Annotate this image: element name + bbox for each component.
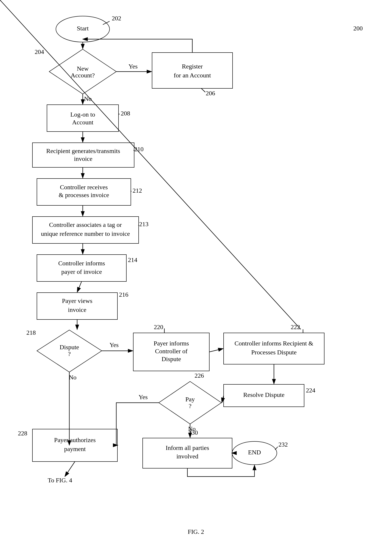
ctrl-informs-recipient-label2: Processes Dispute [251,349,297,356]
logon-label2: Account [72,119,93,126]
inform-all-label1: Inform all parties [166,444,209,451]
dispute-label1: Dispute [60,344,79,351]
label-226: 226 [195,372,204,379]
label-214: 214 [128,256,137,263]
label-213: 213 [139,221,148,228]
no-label-218: No [69,374,76,381]
ctrl-informs-recipient-label1: Controller informs Recipient & [235,340,313,347]
register-box [152,53,233,88]
label-218: 218 [26,329,36,336]
svg-line-2 [201,88,205,92]
label-200: 200 [353,25,363,32]
ctrl-informs-recipient-box [224,333,324,364]
svg-line-23 [65,462,75,477]
svg-line-8 [275,447,278,450]
controller-receives-label1: Controller receives [60,184,108,191]
payer-informs-label2: Controller of [155,348,188,355]
controller-tag-label1: Controller associates a tag or [49,221,122,228]
label-224: 224 [306,387,315,394]
resolve-dispute-label: Resolve Dispute [243,391,284,398]
payer-informs-label3: Dispute [161,355,181,362]
controller-tag-label2: unique reference number to invoice [41,230,130,237]
label-208: 208 [121,110,130,117]
start-label: Start [77,25,89,32]
payer-informs-label1: Payer informs [154,340,189,347]
end-label: END [248,449,261,456]
pay-label1: Pay [185,396,195,403]
register-label2: for an Account [174,72,211,79]
logon-label1: Log-on to [70,111,95,118]
svg-line-16 [77,281,82,292]
label-220: 220 [154,323,163,330]
label-232: 232 [278,441,288,448]
recipient-invoice-box [32,143,134,167]
payer-views-box [37,293,117,320]
yes-label-226: Yes [139,394,148,401]
pay-label2: ? [189,403,191,409]
controller-informs-label2: payer of invoice [61,268,102,275]
to-fig4-label: To FIG. 4 [48,477,72,484]
flowchart-diagram: Start 202 200 New Account? 204 Register … [0,0,392,545]
svg-line-21 [222,396,224,403]
payer-authorizes-label1: Payer authorizes [54,436,96,443]
payer-views-label1: Payer views [62,297,92,304]
new-account-label2: Account? [71,72,95,79]
controller-receives-label2: & processes invoice [59,192,109,198]
label-216: 216 [119,291,128,298]
label-212: 212 [133,187,142,194]
yes-label-218: Yes [110,341,119,348]
inform-all-label2: involved [177,453,198,460]
controller-informs-box [37,255,126,281]
recipient-invoice-label1: Recipient generates/transmits [46,148,120,154]
label-206: 206 [206,90,215,97]
yes-label-204: Yes [129,63,138,70]
recipient-invoice-label2: invoice [74,155,92,162]
payer-views-label2: invoice [68,306,86,313]
label-202: 202 [112,15,121,22]
controller-tag-box [32,217,139,243]
controller-informs-label1: Controller informs [58,260,105,267]
label-210: 210 [134,146,144,153]
dispute-label2: ? [68,350,71,357]
payer-authorizes-label2: payment [64,446,86,452]
fig-caption: FIG. 2 [188,528,204,535]
label-228: 228 [18,430,27,437]
new-account-label: New [77,65,89,72]
register-label1: Register [182,63,203,70]
svg-line-19 [209,349,223,352]
label-204: 204 [35,48,44,55]
